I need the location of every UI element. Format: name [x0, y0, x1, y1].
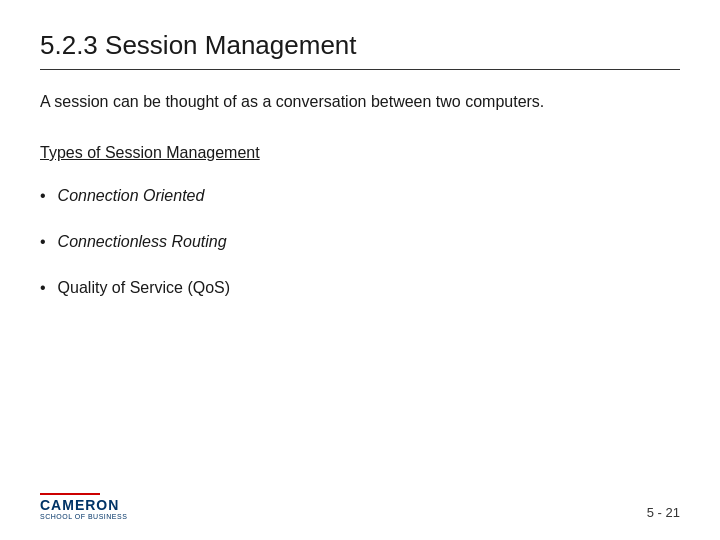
list-item: • Connection Oriented [40, 184, 680, 208]
section-heading: Types of Session Management [40, 144, 680, 162]
logo-school-text: School of Business [40, 513, 127, 520]
bullet-icon: • [40, 184, 46, 208]
list-item: • Quality of Service (QoS) [40, 276, 680, 300]
title-divider [40, 69, 680, 70]
page-number: 5 - 21 [647, 505, 680, 520]
logo-cameron-text: CAMERON [40, 497, 127, 513]
bullet-icon: • [40, 230, 46, 254]
bullet-list: • Connection Oriented • Connectionless R… [40, 184, 680, 300]
slide-title: 5.2.3 Session Management [40, 30, 680, 61]
intro-text: A session can be thought of as a convers… [40, 90, 680, 114]
bullet-item-text: Connectionless Routing [58, 230, 227, 254]
slide-container: 5.2.3 Session Management A session can b… [0, 0, 720, 540]
logo-underline [40, 493, 100, 495]
bullet-icon: • [40, 276, 46, 300]
footer-logo: CAMERON School of Business [40, 493, 127, 520]
bullet-item-text: Connection Oriented [58, 184, 205, 208]
list-item: • Connectionless Routing [40, 230, 680, 254]
slide-footer: CAMERON School of Business 5 - 21 [40, 493, 680, 520]
bullet-item-text: Quality of Service (QoS) [58, 276, 231, 300]
